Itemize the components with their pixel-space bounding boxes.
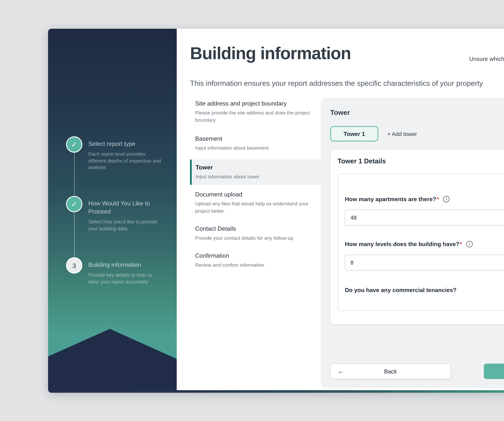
page-title: Building information: [190, 43, 351, 64]
step-description: Provide key details to help us tailor yo…: [88, 272, 162, 285]
step-text: Select report type Each report level pro…: [88, 136, 162, 171]
nav-item-title: Confirmation: [195, 252, 316, 259]
tower-details-title: Tower 1 Details: [338, 157, 386, 165]
tower-panel: Tower Tower 1 + Add tower Tower 1 Detail…: [321, 98, 504, 388]
step-title: Building information: [88, 261, 162, 269]
question-label: Do you have any commercial tenancies?: [345, 287, 456, 293]
nav-item-description: Review and confirm information: [195, 261, 316, 269]
step-number: 3: [72, 262, 76, 269]
question-label: How many levels does the building have?*: [345, 241, 462, 247]
helper-text: Unsure which report type you need: [469, 55, 504, 62]
tab-tower-1[interactable]: Tower 1: [330, 126, 378, 142]
question-tenancies-row: Do you have any commercial tenancies?: [345, 287, 456, 293]
check-icon: ✓: [71, 200, 77, 209]
wizard-sidebar: ✓ Select report type Each report level p…: [48, 29, 177, 390]
nav-item-contact-details[interactable]: Contact Details Provide your contact det…: [190, 225, 321, 242]
stepper-step-how-to-proceed: ✓ How Would You Like to Proceed Select h…: [66, 196, 162, 232]
nav-item-document-upload[interactable]: Document upload Upload any files that wo…: [190, 191, 321, 214]
card-bottom-gradient-bar: [48, 390, 504, 393]
step-description: Select how you’d like to provide your bu…: [88, 219, 162, 232]
nav-item-title: Document upload: [195, 191, 316, 198]
step-text: How Would You Like to Proceed Select how…: [88, 196, 162, 232]
nav-item-site-address[interactable]: Site address and project boundary Please…: [190, 100, 321, 124]
question-levels-row: How many levels does the building have?*…: [345, 241, 473, 247]
step-title: How Would You Like to Proceed: [88, 199, 162, 216]
nav-item-title: Basement: [195, 135, 316, 142]
step-complete-circle: ✓: [66, 136, 82, 153]
next-button[interactable]: Next →: [484, 364, 504, 379]
step-text: Building information Provide key details…: [88, 257, 162, 285]
levels-count-input[interactable]: [345, 255, 504, 271]
nav-item-description: Provide your contact details for any fol…: [195, 235, 316, 242]
step-title: Select report type: [88, 140, 162, 148]
page-subtitle: This information ensures your report add…: [190, 79, 483, 88]
info-icon[interactable]: i: [466, 241, 473, 247]
question-apartments-row: How many apartments are there?* i: [345, 196, 450, 202]
nav-item-title: Contact Details: [195, 225, 316, 232]
apartments-count-input[interactable]: [345, 210, 504, 225]
question-label: How many apartments are there?*: [345, 196, 439, 202]
required-mark: *: [460, 241, 462, 247]
arrow-left-icon: ←: [338, 368, 344, 375]
back-button[interactable]: ← Back: [330, 364, 451, 379]
nav-item-title: Site address and project boundary: [195, 100, 316, 107]
nav-item-description: Input information about tower: [196, 173, 316, 180]
back-button-label: Back: [384, 368, 397, 374]
step-number-circle: 3: [66, 257, 82, 273]
stepper-step-select-report-type: ✓ Select report type Each report level p…: [66, 136, 162, 171]
nav-item-description: Upload any files that would help us unde…: [195, 200, 316, 214]
required-mark: *: [437, 196, 439, 202]
header-help-area: Unsure which report type you need Contac…: [469, 52, 504, 65]
main-window: ✓ Select report type Each report level p…: [48, 29, 504, 393]
info-icon[interactable]: i: [443, 196, 450, 202]
panel-heading: Tower: [330, 109, 350, 117]
nav-item-confirmation[interactable]: Confirmation Review and confirm informat…: [190, 252, 321, 269]
step-complete-circle: ✓: [66, 196, 82, 212]
nav-item-description: Input information about basement: [195, 144, 316, 152]
page-background: ✓ Select report type Each report level p…: [0, 0, 504, 421]
tower-details-card: Tower 1 Details How many apartments are …: [330, 149, 504, 325]
nav-item-title: Tower: [196, 164, 316, 171]
nav-item-description: Please provide the site address and draw…: [195, 109, 316, 124]
step-description: Each report level provides different dep…: [88, 151, 162, 171]
add-tower-button[interactable]: + Add tower: [387, 126, 417, 142]
check-icon: ✓: [71, 140, 77, 149]
nav-item-basement[interactable]: Basement Input information about basemen…: [190, 135, 321, 152]
questions-box: How many apartments are there?* i How ma…: [338, 174, 504, 311]
stepper-step-building-information: 3 Building information Provide key detai…: [66, 257, 162, 285]
nav-item-tower[interactable]: Tower Input information about tower: [190, 160, 321, 185]
mountain-chevron-graphic: [48, 329, 177, 390]
